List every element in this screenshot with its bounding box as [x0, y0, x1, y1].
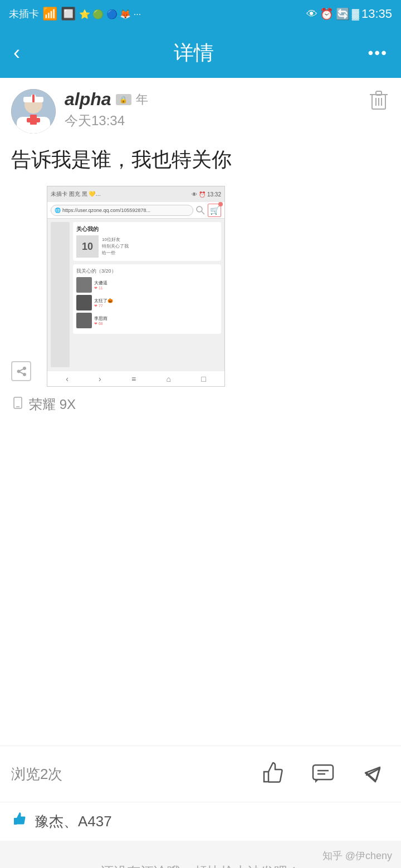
carrier-text: 未插卡 [9, 7, 39, 21]
inner-care-row: 10 10位好友 特别关心了我 给一些 [76, 235, 218, 258]
inner-search-icon [195, 205, 206, 215]
eye-icon: 👁 [306, 8, 317, 21]
inner-carrier: 未插卡 图充 黑 💛… [51, 190, 101, 198]
inner-thumb-1 [76, 295, 92, 310]
inner-care-desc2: 特别关心了我 [102, 243, 129, 250]
content-area: alpha 🔒 年 今天13:34 告诉我是谁，我也特关你 [0, 78, 401, 746]
inner-item-info-1: 太狂了🎃 ❤ 77 [94, 298, 218, 308]
inner-nav-tabs: □ [201, 374, 206, 383]
inner-thumb-2 [76, 313, 92, 328]
inner-list-box: 我关心的（3/20） 大傻逼 ❤ 11 太狂了🎃 [73, 264, 221, 334]
inner-nav-forward: › [99, 374, 101, 383]
post-time: 今天13:34 [65, 112, 148, 130]
inner-sidebar [51, 222, 70, 367]
inner-care-card: 关心我的 10 10位好友 特别关心了我 给一些 [73, 222, 221, 261]
svg-rect-4 [30, 115, 37, 125]
comment-button[interactable] [306, 757, 340, 791]
time-display: 13:35 [361, 7, 392, 21]
inner-body: 关心我的 10 10位好友 特别关心了我 给一些 我关心的（3/20） [47, 219, 224, 371]
nav-bar: ‹ 详情 ••• [0, 28, 401, 78]
post-header-left: alpha 🔒 年 今天13:34 [11, 89, 148, 134]
inner-nav-menu: ≡ [131, 374, 136, 383]
share-side-panel [11, 186, 39, 387]
inner-alarm-icon: ⏰ [199, 191, 206, 198]
inner-nav: ‹ › ≡ ⌂ □ [47, 371, 224, 386]
status-left: 未插卡 📶 🔲 ⭐ 🟢 🔵 🦊 ··· [9, 7, 141, 21]
inner-url-input: 🌐 https://user.qzone.qq.com/105592878... [51, 205, 193, 216]
inner-item-like-0: ❤ 11 [94, 286, 218, 290]
like-button[interactable] [256, 757, 290, 791]
inner-item-info-2: 李思雨 ❤ 68 [94, 315, 218, 326]
inner-item-name-1: 太狂了🎃 [94, 298, 218, 304]
inner-nav-back: ‹ [66, 374, 69, 383]
username-row: alpha 🔒 年 [65, 89, 148, 110]
status-right: 👁 ⏰ 🔄 ▓ 13:35 [306, 7, 392, 21]
more-options-button[interactable]: ••• [368, 44, 388, 62]
inner-nav-home: ⌂ [167, 374, 171, 383]
comment-prompt-text: 还没有评论哦，赶快抢上沙发吧！ [11, 863, 390, 868]
inner-cart-icon: 🛒 [208, 204, 221, 217]
inner-list-item-0: 大傻逼 ❤ 11 [76, 277, 218, 293]
action-icons [256, 757, 390, 791]
view-count: 浏览2次 [11, 765, 62, 784]
wifi-icon: 🔲 [61, 7, 76, 21]
like-names: 豫杰、A437 [35, 812, 112, 831]
svg-point-14 [197, 206, 202, 212]
signal-icon: 📶 [42, 7, 57, 21]
inner-url-text: https://user.qzone.qq.com/105592878... [62, 208, 150, 213]
inner-item-name-0: 大傻逼 [94, 280, 218, 286]
status-bar: 未插卡 📶 🔲 ⭐ 🟢 🔵 🦊 ··· 👁 ⏰ 🔄 ▓ 13:35 [0, 0, 401, 28]
inner-care-desc1: 10位好友 [102, 236, 129, 243]
inner-care-desc3: 给一些 [102, 250, 129, 257]
device-name: 荣耀 9X [29, 396, 76, 413]
user-info: alpha 🔒 年 今天13:34 [65, 89, 148, 130]
inner-spacer [73, 334, 221, 367]
inner-item-info-0: 大傻逼 ❤ 11 [94, 280, 218, 290]
post-text: 告诉我是谁，我也特关你 [11, 145, 390, 175]
username: alpha [65, 89, 111, 110]
badge-year: 年 [136, 91, 148, 108]
inner-item-name-2: 李思雨 [94, 315, 218, 322]
inner-thumb-0 [76, 277, 92, 293]
inner-urlbar: 🌐 https://user.qzone.qq.com/105592878...… [47, 202, 224, 219]
like-thumb-icon [11, 811, 28, 832]
device-icon [11, 396, 25, 413]
inner-list-item-1: 太狂了🎃 ❤ 77 [76, 295, 218, 310]
delete-button[interactable] [368, 89, 390, 111]
likes-section: 豫杰、A437 [0, 802, 401, 841]
svg-rect-7 [32, 95, 35, 102]
post-header: alpha 🔒 年 今天13:34 [11, 89, 390, 134]
inner-item-like-2: ❤ 68 [94, 322, 218, 326]
sync-icon: 🔄 [336, 7, 350, 21]
status-icons: ⭐ 🟢 🔵 🦊 ··· [79, 9, 141, 19]
inner-big-number: 10 [76, 235, 99, 258]
inner-care-title: 关心我的 [76, 225, 218, 233]
inner-time: 13:32 [207, 191, 221, 198]
inner-screenshot: 未插卡 图充 黑 💛… 👁 ⏰ 13:32 🌐 https://user.qzo… [47, 186, 225, 387]
svg-rect-18 [313, 765, 333, 780]
inner-status-icons: 👁 ⏰ 13:32 [192, 191, 221, 198]
battery-text: ▓ [352, 8, 359, 20]
watermark: 知乎 @伊cheny [322, 849, 392, 862]
share-icon-small[interactable] [11, 361, 31, 381]
page-title: 详情 [174, 40, 214, 67]
badge-lock-icon: 🔒 [116, 94, 131, 105]
inner-list-item-2: 李思雨 ❤ 68 [76, 313, 218, 328]
alarm-icon: ⏰ [320, 7, 334, 21]
back-button[interactable]: ‹ [13, 41, 20, 65]
action-bar: 浏览2次 [0, 746, 401, 802]
share-button[interactable] [356, 757, 390, 791]
inner-item-like-1: ❤ 77 [94, 304, 218, 308]
inner-eye-icon: 👁 [192, 191, 197, 198]
inner-statusbar: 未插卡 图充 黑 💛… 👁 ⏰ 13:32 [47, 186, 224, 202]
embedded-screenshot-wrapper: 未插卡 图充 黑 💛… 👁 ⏰ 13:32 🌐 https://user.qzo… [11, 186, 390, 387]
svg-line-15 [202, 211, 204, 214]
device-info-row: 荣耀 9X [11, 396, 390, 413]
avatar [11, 89, 56, 134]
inner-main-content: 关心我的 10 10位好友 特别关心了我 给一些 我关心的（3/20） [73, 222, 221, 367]
inner-list-title: 我关心的（3/20） [76, 268, 218, 275]
inner-care-desc: 10位好友 特别关心了我 给一些 [102, 236, 129, 257]
